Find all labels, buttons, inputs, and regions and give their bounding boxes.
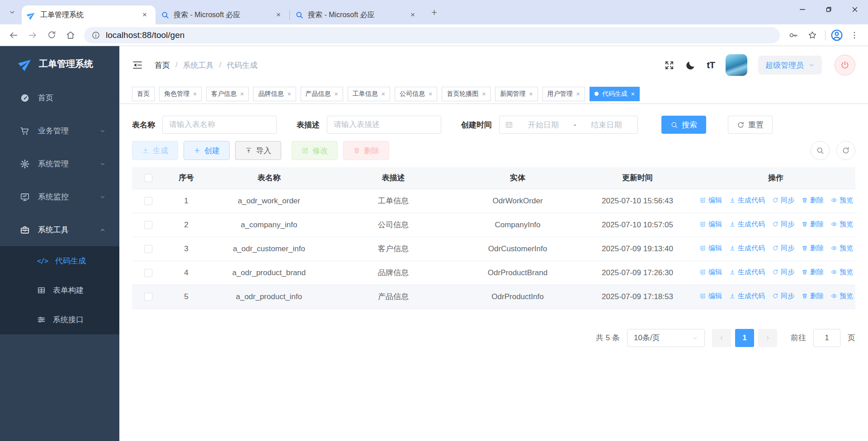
row-edit-link[interactable]: 编辑 bbox=[700, 292, 722, 300]
row-preview-link[interactable]: 预览 bbox=[831, 268, 853, 277]
tab-close-icon[interactable]: × bbox=[407, 9, 418, 20]
row-preview-link[interactable]: 预览 bbox=[831, 244, 853, 253]
row-sync-link[interactable]: 同步 bbox=[772, 196, 794, 205]
browser-tab-bing-2[interactable]: 搜索 - Microsoft 必应 × bbox=[290, 5, 424, 24]
tag-close-icon[interactable]: × bbox=[193, 90, 197, 98]
tag-close-icon[interactable]: × bbox=[382, 90, 385, 98]
dark-mode-moon-icon[interactable] bbox=[685, 60, 696, 70]
window-close-button[interactable] bbox=[842, 0, 868, 19]
row-delete-link[interactable]: 删除 bbox=[802, 244, 824, 253]
row-edit-link[interactable]: 编辑 bbox=[700, 268, 722, 277]
forward-button[interactable] bbox=[24, 26, 42, 44]
tag-user-management[interactable]: 用户管理× bbox=[542, 87, 585, 101]
import-button[interactable]: 导入 bbox=[235, 141, 281, 160]
row-preview-link[interactable]: 预览 bbox=[831, 196, 853, 205]
search-button[interactable]: 搜索 bbox=[661, 116, 706, 134]
password-key-icon[interactable] bbox=[784, 26, 802, 44]
row-edit-link[interactable]: 编辑 bbox=[700, 196, 722, 205]
delete-button[interactable]: 删除 bbox=[343, 141, 389, 160]
row-generate-code-link[interactable]: 生成代码 bbox=[729, 220, 765, 229]
tab-search-button[interactable] bbox=[5, 5, 19, 19]
row-sync-link[interactable]: 同步 bbox=[772, 220, 794, 229]
row-checkbox[interactable] bbox=[144, 245, 152, 253]
next-page-button[interactable] bbox=[758, 329, 777, 347]
row-delete-link[interactable]: 删除 bbox=[802, 268, 824, 277]
window-minimize-button[interactable] bbox=[789, 0, 816, 19]
browser-menu-icon[interactable] bbox=[845, 26, 863, 44]
browser-tab-active[interactable]: 工单管理系统 × bbox=[22, 5, 156, 24]
tag-home-carousel[interactable]: 首页轮播图× bbox=[442, 87, 491, 101]
user-avatar[interactable] bbox=[726, 54, 747, 76]
fullscreen-icon[interactable] bbox=[664, 60, 675, 70]
row-checkbox[interactable] bbox=[144, 221, 152, 229]
window-restore-button[interactable] bbox=[816, 0, 842, 19]
table-desc-input[interactable] bbox=[327, 116, 441, 134]
browser-profile-icon[interactable] bbox=[829, 28, 844, 43]
sidebar-item-system-api[interactable]: 系统接口 bbox=[0, 305, 119, 334]
create-button[interactable]: 创建 bbox=[184, 141, 230, 160]
row-checkbox[interactable] bbox=[144, 197, 152, 205]
sidebar-item-system-admin[interactable]: 系统管理 bbox=[0, 147, 119, 180]
site-info-icon[interactable] bbox=[91, 31, 100, 40]
row-generate-code-link[interactable]: 生成代码 bbox=[729, 244, 765, 253]
toggle-search-button[interactable] bbox=[811, 141, 830, 160]
tag-close-icon[interactable]: × bbox=[429, 90, 432, 98]
home-button[interactable] bbox=[61, 26, 80, 44]
goto-page-input[interactable] bbox=[813, 329, 840, 347]
row-sync-link[interactable]: 同步 bbox=[772, 268, 794, 277]
tag-close-icon[interactable]: × bbox=[482, 90, 486, 98]
sidebar-item-business[interactable]: 业务管理 bbox=[0, 114, 119, 147]
tab-close-icon[interactable]: × bbox=[273, 9, 284, 20]
tag-product-info[interactable]: 产品信息× bbox=[301, 87, 343, 101]
tag-home[interactable]: 首页 bbox=[132, 87, 155, 101]
reload-button[interactable] bbox=[42, 26, 61, 44]
tag-code-generation-active[interactable]: 代码生成× bbox=[590, 87, 640, 101]
tag-close-icon[interactable]: × bbox=[631, 90, 635, 98]
tag-close-icon[interactable]: × bbox=[240, 90, 244, 98]
tag-close-icon[interactable]: × bbox=[576, 90, 580, 98]
tag-close-icon[interactable]: × bbox=[335, 90, 338, 98]
row-preview-link[interactable]: 预览 bbox=[831, 292, 853, 300]
row-generate-code-link[interactable]: 生成代码 bbox=[729, 292, 765, 300]
new-tab-button[interactable] bbox=[427, 5, 441, 19]
table-name-input[interactable] bbox=[162, 116, 277, 134]
row-checkbox[interactable] bbox=[144, 269, 152, 277]
sidebar-item-system-tools[interactable]: 系统工具 bbox=[0, 213, 119, 246]
modify-button[interactable]: 修改 bbox=[292, 141, 338, 160]
row-edit-link[interactable]: 编辑 bbox=[700, 244, 722, 253]
sidebar-fold-icon[interactable] bbox=[132, 60, 143, 70]
tab-close-icon[interactable]: × bbox=[139, 9, 150, 20]
user-menu[interactable]: 超级管理员 bbox=[758, 56, 822, 75]
row-delete-link[interactable]: 删除 bbox=[802, 292, 824, 300]
sidebar-item-form-builder[interactable]: 表单构建 bbox=[0, 276, 119, 305]
back-button[interactable] bbox=[5, 26, 23, 44]
tag-work-order-info[interactable]: 工单信息× bbox=[348, 87, 390, 101]
row-edit-link[interactable]: 编辑 bbox=[700, 220, 722, 229]
row-sync-link[interactable]: 同步 bbox=[772, 292, 794, 300]
sidebar-item-system-monitor[interactable]: 系统监控 bbox=[0, 180, 119, 213]
logout-power-button[interactable] bbox=[835, 55, 855, 75]
text-size-icon[interactable]: tT bbox=[707, 60, 715, 70]
page-size-select[interactable]: 10条/页 bbox=[627, 329, 705, 347]
row-generate-code-link[interactable]: 生成代码 bbox=[729, 268, 765, 277]
row-checkbox[interactable] bbox=[144, 293, 152, 301]
prev-page-button[interactable] bbox=[712, 329, 731, 347]
bookmark-star-icon[interactable] bbox=[803, 26, 821, 44]
address-bar[interactable]: localhost:88/tool/gen bbox=[84, 27, 780, 43]
date-range-picker[interactable]: 开始日期 - 结束日期 bbox=[499, 116, 638, 134]
browser-tab-bing-1[interactable]: 搜索 - Microsoft 必应 × bbox=[156, 5, 289, 24]
tag-news-management[interactable]: 新闻管理× bbox=[495, 87, 538, 101]
generate-button[interactable]: 生成 bbox=[132, 141, 178, 160]
row-preview-link[interactable]: 预览 bbox=[831, 220, 853, 229]
tag-company-info[interactable]: 公司信息× bbox=[395, 87, 437, 101]
tag-role-management[interactable]: 角色管理× bbox=[159, 87, 202, 101]
row-generate-code-link[interactable]: 生成代码 bbox=[729, 196, 765, 205]
row-delete-link[interactable]: 删除 bbox=[802, 220, 824, 229]
tag-close-icon[interactable]: × bbox=[529, 90, 533, 98]
reset-button[interactable]: 重置 bbox=[728, 116, 773, 134]
refresh-table-button[interactable] bbox=[836, 141, 855, 160]
select-all-checkbox[interactable] bbox=[144, 174, 152, 182]
tag-customer-info[interactable]: 客户信息× bbox=[206, 87, 249, 101]
sidebar-item-code-generation[interactable]: </> 代码生成 bbox=[0, 246, 119, 276]
tag-brand-info[interactable]: 品牌信息× bbox=[253, 87, 296, 101]
